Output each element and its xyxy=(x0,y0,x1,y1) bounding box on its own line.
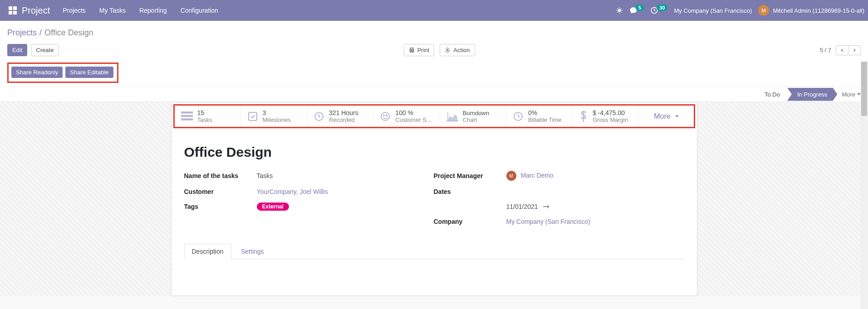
breadcrumb-current: Office Design xyxy=(44,28,93,38)
status-todo[interactable]: To Do xyxy=(757,88,787,101)
status-bar: To Do In Progress More xyxy=(0,87,868,102)
svg-rect-6 xyxy=(181,111,193,113)
top-navbar: Project Projects My Tasks Reporting Conf… xyxy=(0,0,868,21)
vertical-scrollbar[interactable] xyxy=(860,62,868,309)
label-customer: Customer xyxy=(184,188,257,195)
value-customer[interactable]: YourCompany, Joel Willis xyxy=(257,188,434,195)
edit-button[interactable]: Edit xyxy=(7,44,27,56)
page-title: Office Design xyxy=(184,145,684,160)
value-project-manager: M Marc Demo xyxy=(506,171,661,181)
dollar-icon xyxy=(579,111,588,122)
messaging-count: 5 xyxy=(636,5,644,11)
action-button[interactable]: Action xyxy=(440,44,475,56)
label-project-manager: Project Manager xyxy=(434,172,506,179)
svg-point-11 xyxy=(381,112,389,121)
stat-burndown-chart[interactable]: BurndownChart xyxy=(440,106,506,127)
pager-prev[interactable] xyxy=(836,45,848,55)
menu-reporting[interactable]: Reporting xyxy=(139,7,167,14)
activities-icon[interactable]: 30 xyxy=(650,6,667,14)
stat-hours-recorded[interactable]: 321 HoursRecorded xyxy=(307,106,373,127)
label-dates: Dates xyxy=(434,188,506,195)
chevron-left-icon xyxy=(840,48,844,53)
systray: 5 30 My Company (San Francisco) M Mitche… xyxy=(616,5,864,16)
date-start: 11/01/2021 xyxy=(506,203,538,210)
menu-my-tasks[interactable]: My Tasks xyxy=(99,7,126,14)
create-button[interactable]: Create xyxy=(31,44,59,56)
app-brand[interactable]: Project xyxy=(22,5,50,16)
share-readonly-button[interactable]: Share Readonly xyxy=(11,67,63,78)
svg-point-13 xyxy=(386,115,387,116)
tab-description[interactable]: Description xyxy=(184,244,231,259)
svg-rect-9 xyxy=(249,112,257,121)
breadcrumb-root[interactable]: Projects xyxy=(7,28,37,38)
stat-gross-margin[interactable]: $ -4,475.00Gross Margin xyxy=(573,106,639,127)
edit-buttons: Edit Create xyxy=(7,44,59,56)
svg-point-0 xyxy=(618,9,621,12)
breadcrumb: Projects / Office Design xyxy=(7,24,861,41)
tag-external[interactable]: External xyxy=(257,203,289,211)
control-panel: Projects / Office Design Edit Create Pri… xyxy=(0,21,868,87)
user-menu[interactable]: M Mitchell Admin (11286969-15-0-all) xyxy=(758,5,864,16)
form-view: 15Tasks 3Milestones 321 HoursRecorded 10… xyxy=(0,102,868,296)
status-in-progress[interactable]: In Progress xyxy=(787,88,837,101)
stat-buttons-row: 15Tasks 3Milestones 321 HoursRecorded 10… xyxy=(173,104,695,128)
main-menu: Projects My Tasks Reporting Configuratio… xyxy=(63,7,218,14)
activities-count: 30 xyxy=(657,5,667,11)
value-tasks-name: Tasks xyxy=(257,172,434,179)
notebook-tabs: Description Settings xyxy=(184,243,684,259)
stat-milestones[interactable]: 3Milestones xyxy=(241,106,307,127)
stat-more[interactable]: More xyxy=(639,106,693,127)
caret-down-icon xyxy=(675,115,679,118)
chevron-right-icon xyxy=(852,48,857,53)
svg-rect-7 xyxy=(181,115,193,116)
user-name: Mitchell Admin (11286969-15-0-all) xyxy=(773,7,864,14)
print-button[interactable]: Print xyxy=(404,44,435,56)
menu-projects[interactable]: Projects xyxy=(63,7,86,14)
pager-next[interactable] xyxy=(848,45,861,55)
svg-point-5 xyxy=(447,49,448,51)
value-company[interactable]: My Company (San Francisco) xyxy=(506,218,661,225)
avatar: M xyxy=(506,171,516,181)
svg-point-12 xyxy=(383,115,384,116)
avatar: M xyxy=(758,5,769,16)
area-chart-icon xyxy=(446,111,458,121)
smile-icon xyxy=(380,111,391,122)
form-sheet: 15Tasks 3Milestones 321 HoursRecorded 10… xyxy=(171,102,697,296)
messaging-icon[interactable]: 5 xyxy=(629,6,644,14)
label-tasks-name: Name of the tasks xyxy=(184,172,257,179)
clock-icon xyxy=(314,111,324,122)
share-buttons-box: Share Readonly Share Editable xyxy=(7,63,118,83)
stat-billable-time[interactable]: 0%Billable Time xyxy=(506,106,573,127)
check-icon xyxy=(247,111,258,122)
svg-rect-8 xyxy=(181,118,193,120)
label-company: Company xyxy=(434,218,506,225)
stat-customer-satisfaction[interactable]: 100 %Customer S… xyxy=(373,106,440,127)
fields-grid: Name of the tasks Tasks Project Manager … xyxy=(184,171,684,225)
stat-tasks[interactable]: 15Tasks xyxy=(175,106,241,127)
project-manager-link[interactable]: Marc Demo xyxy=(520,172,553,179)
debug-icon[interactable] xyxy=(616,7,623,14)
clock-icon xyxy=(513,111,524,122)
value-dates: 11/01/2021 xyxy=(506,203,661,210)
arrow-right-icon xyxy=(543,204,550,209)
label-tags: Tags xyxy=(184,203,257,210)
apps-icon[interactable] xyxy=(7,5,18,16)
breadcrumb-sep: / xyxy=(39,28,42,38)
tab-settings[interactable]: Settings xyxy=(233,244,272,259)
company-switcher[interactable]: My Company (San Francisco) xyxy=(674,7,752,14)
scrollbar-thumb[interactable] xyxy=(861,62,867,116)
menu-configuration[interactable]: Configuration xyxy=(181,7,218,14)
tasks-icon xyxy=(181,111,193,121)
pager-counter[interactable]: 5 / 7 xyxy=(820,47,831,53)
share-editable-button[interactable]: Share Editable xyxy=(65,67,113,78)
